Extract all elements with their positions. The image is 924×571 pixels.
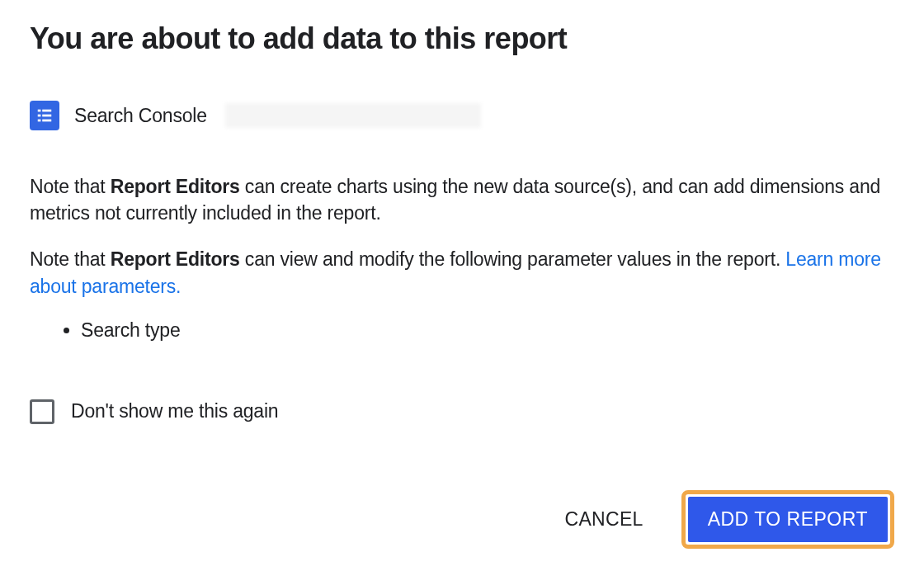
data-source-row: Search Console <box>30 101 894 130</box>
svg-rect-1 <box>42 110 51 112</box>
cancel-button[interactable]: CANCEL <box>565 508 644 531</box>
dialog-actions: CANCEL ADD TO REPORT <box>30 490 894 549</box>
parameter-list: Search type <box>81 319 894 342</box>
note-editors-charts: Note that Report Editors can create char… <box>30 173 894 226</box>
svg-rect-0 <box>38 110 41 112</box>
parameter-item: Search type <box>81 319 894 342</box>
add-to-report-button[interactable]: ADD TO REPORT <box>688 497 888 542</box>
text-segment: Note that <box>30 248 111 270</box>
add-to-report-highlight: ADD TO REPORT <box>681 490 894 549</box>
dont-show-again-checkbox[interactable] <box>30 399 54 424</box>
text-segment: can view and modify the following parame… <box>240 248 786 270</box>
confirm-dialog: You are about to add data to this report… <box>0 0 924 571</box>
svg-rect-4 <box>38 120 41 122</box>
data-source-label: Search Console <box>74 105 207 127</box>
dialog-title: You are about to add data to this report <box>30 21 894 56</box>
svg-rect-3 <box>42 115 51 117</box>
dont-show-again-row: Don't show me this again <box>30 399 894 424</box>
redacted-source-name <box>225 103 481 128</box>
text-bold: Report Editors <box>111 248 240 270</box>
data-source-list-icon <box>30 101 59 130</box>
text-segment: Note that <box>30 176 111 197</box>
text-bold: Report Editors <box>111 176 240 197</box>
dont-show-again-label: Don't show me this again <box>71 400 278 422</box>
svg-rect-2 <box>38 115 41 117</box>
note-editors-parameters: Note that Report Editors can view and mo… <box>30 246 894 299</box>
svg-rect-5 <box>42 120 51 122</box>
